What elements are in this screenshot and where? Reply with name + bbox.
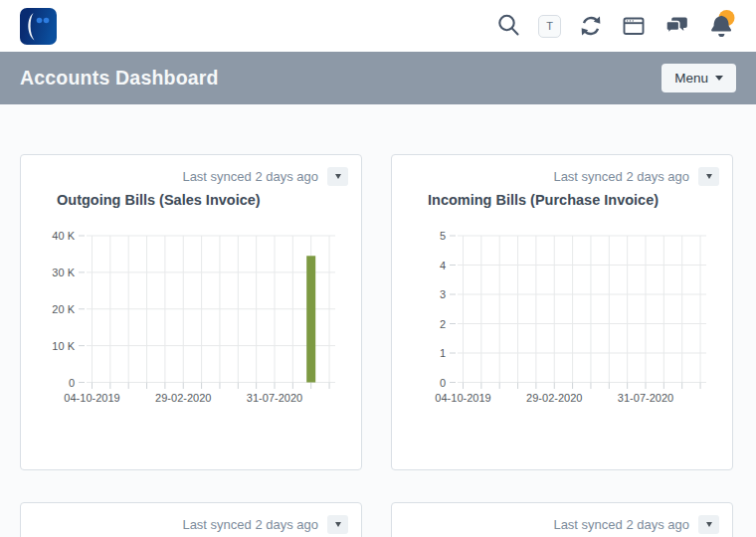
- svg-text:4: 4: [440, 260, 446, 271]
- svg-text:3: 3: [440, 288, 446, 300]
- card-outgoing-bills: Last synced 2 days ago Outgoing Bills (S…: [20, 154, 362, 470]
- svg-text:0: 0: [69, 377, 75, 389]
- menu-button-label: Menu: [674, 71, 708, 86]
- svg-text:30 K: 30 K: [52, 267, 75, 278]
- card-dropdown-button[interactable]: [698, 515, 719, 534]
- app-logo[interactable]: [20, 8, 57, 45]
- svg-text:29-02-2020: 29-02-2020: [526, 392, 582, 404]
- svg-text:1: 1: [440, 347, 446, 359]
- svg-text:29-02-2020: 29-02-2020: [155, 392, 211, 404]
- logo-crescent: [28, 13, 34, 41]
- chat-icon[interactable]: [663, 13, 689, 39]
- svg-text:40 K: 40 K: [52, 230, 75, 242]
- chart-title: Outgoing Bills (Sales Invoice): [57, 192, 361, 208]
- window-icon[interactable]: [621, 13, 647, 39]
- svg-text:2: 2: [440, 318, 446, 330]
- cards-row-2: Last synced 2 days ago Last synced 2 day…: [20, 502, 736, 537]
- caret-down-icon: [335, 174, 341, 179]
- svg-text:04-10-2019: 04-10-2019: [435, 392, 490, 404]
- caret-down-icon: [715, 76, 723, 81]
- navbar-icons: T: [495, 10, 736, 42]
- svg-text:31-07-2020: 31-07-2020: [247, 392, 302, 404]
- card-bottom-left: Last synced 2 days ago: [20, 502, 362, 537]
- svg-text:20 K: 20 K: [52, 303, 75, 315]
- refresh-icon[interactable]: [578, 13, 604, 39]
- svg-text:04-10-2019: 04-10-2019: [64, 392, 119, 404]
- card-dropdown-button[interactable]: [698, 167, 719, 186]
- last-synced-label: Last synced 2 days ago: [553, 517, 689, 532]
- chart-title: Incoming Bills (Purchase Invoice): [428, 192, 732, 208]
- caret-down-icon: [706, 174, 712, 179]
- card-dropdown-button[interactable]: [327, 167, 348, 186]
- cards-row-1: Last synced 2 days ago Outgoing Bills (S…: [20, 154, 736, 470]
- bar: [306, 256, 315, 382]
- card-dropdown-button[interactable]: [327, 515, 348, 534]
- last-synced-label: Last synced 2 days ago: [182, 517, 318, 532]
- card-bottom-right: Last synced 2 days ago: [391, 502, 733, 537]
- svg-text:0: 0: [440, 377, 446, 389]
- card-incoming-bills: Last synced 2 days ago Incoming Bills (P…: [391, 154, 733, 470]
- top-navbar: T: [0, 0, 756, 52]
- search-icon[interactable]: [495, 13, 521, 39]
- svg-text:31-07-2020: 31-07-2020: [618, 392, 673, 404]
- page-header: Accounts Dashboard Menu: [0, 52, 756, 104]
- last-synced-label: Last synced 2 days ago: [553, 169, 689, 184]
- svg-text:10 K: 10 K: [52, 340, 75, 352]
- caret-down-icon: [335, 522, 341, 527]
- menu-button[interactable]: Menu: [662, 64, 736, 92]
- caret-down-icon: [706, 522, 712, 527]
- svg-text:5: 5: [440, 230, 446, 242]
- dashboard-content: Last synced 2 days ago Outgoing Bills (S…: [0, 104, 756, 537]
- letter-t-icon[interactable]: T: [538, 15, 561, 38]
- last-synced-label: Last synced 2 days ago: [182, 169, 318, 184]
- page-title: Accounts Dashboard: [20, 67, 219, 90]
- incoming-bills-chart[interactable]: 54321004-10-201929-02-202031-07-2020: [392, 226, 733, 420]
- bell-icon[interactable]: [706, 10, 736, 42]
- outgoing-bills-chart[interactable]: 40 K30 K20 K10 K004-10-201929-02-202031-…: [21, 226, 362, 420]
